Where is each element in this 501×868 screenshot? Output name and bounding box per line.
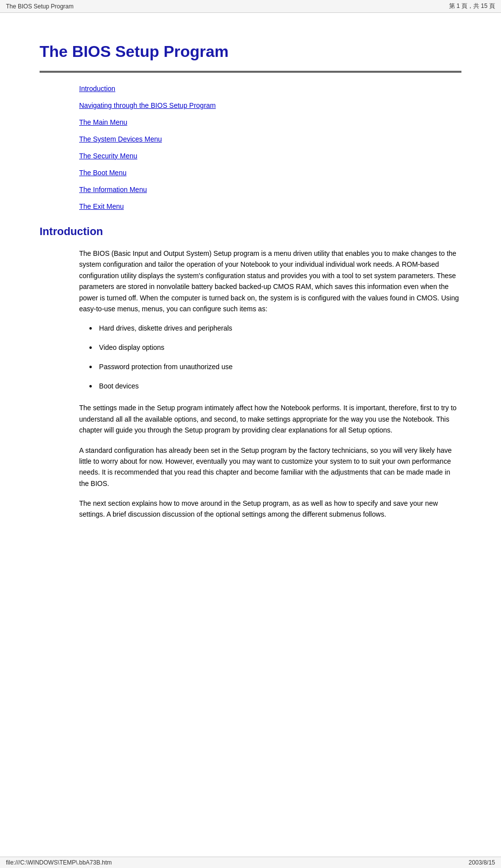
introduction-body: The BIOS (Basic Input and Output System)… [79, 248, 461, 520]
footer-left: file:///C:\WINDOWS\TEMP\.bbA73B.htm [6, 859, 112, 866]
footer-right: 2003/8/15 [469, 859, 495, 866]
header-bar: The BIOS Setup Program 第 1 頁，共 15 頁 [0, 0, 501, 13]
main-content: The BIOS Setup Program Introduction Navi… [0, 13, 501, 549]
title-divider [40, 71, 461, 73]
introduction-title: Introduction [40, 225, 461, 238]
toc-link-main-menu[interactable]: The Main Menu [79, 118, 461, 126]
footer-bar: file:///C:\WINDOWS\TEMP\.bbA73B.htm 2003… [0, 857, 501, 868]
bullet-item-1: Hard drives, diskette drives and periphe… [89, 323, 461, 336]
intro-paragraph3: A standard configuration has already bee… [79, 445, 461, 489]
bullet-item-3: Password protection from unauthorized us… [89, 362, 461, 374]
toc-link-introduction[interactable]: Introduction [79, 85, 461, 93]
toc-link-security-menu[interactable]: The Security Menu [79, 152, 461, 160]
toc-link-exit-menu[interactable]: The Exit Menu [79, 202, 461, 210]
toc-link-boot-menu[interactable]: The Boot Menu [79, 169, 461, 177]
toc-link-system-devices[interactable]: The System Devices Menu [79, 135, 461, 143]
toc-link-navigating[interactable]: Navigating through the BIOS Setup Progra… [79, 101, 461, 109]
toc-link-information-menu[interactable]: The Information Menu [79, 186, 461, 193]
header-left: The BIOS Setup Program [6, 3, 74, 10]
bullet-list: Hard drives, diskette drives and periphe… [89, 323, 461, 393]
header-right: 第 1 頁，共 15 頁 [449, 2, 495, 10]
toc-section: Introduction Navigating through the BIOS… [79, 85, 461, 210]
page-title: The BIOS Setup Program [40, 43, 461, 61]
bullet-item-2: Video display options [89, 342, 461, 355]
intro-paragraph2: The settings made in the Setup program i… [79, 402, 461, 435]
intro-paragraph4: The next section explains how to move ar… [79, 498, 461, 520]
bullet-item-4: Boot devices [89, 381, 461, 393]
intro-paragraph1: The BIOS (Basic Input and Output System)… [79, 248, 461, 314]
